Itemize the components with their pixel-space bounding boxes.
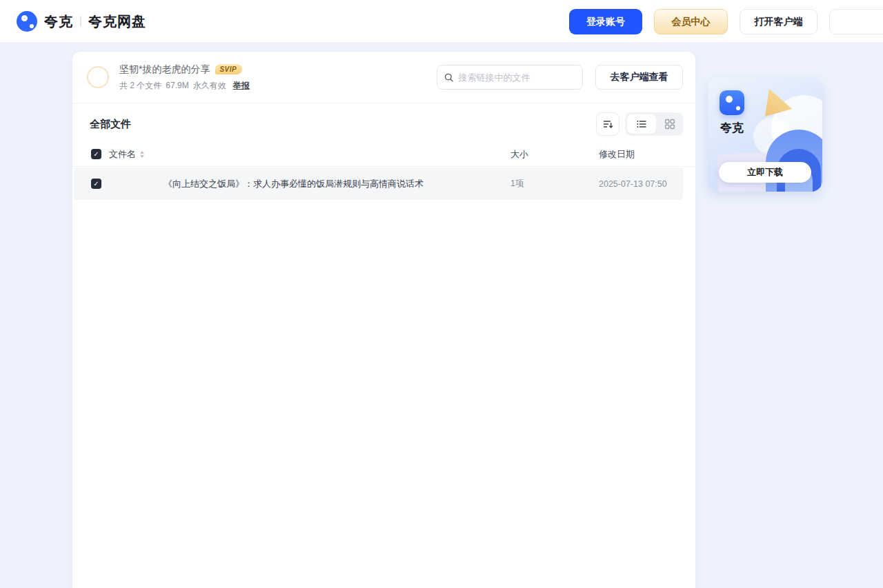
app-promo-card[interactable]: 夸克 立即下载 <box>708 77 822 192</box>
brand-divider <box>80 16 81 27</box>
file-date: 2025-07-13 07:50 <box>599 179 683 189</box>
file-toolbar: 全部文件 <box>72 112 695 136</box>
table-header: ✓ 文件名 大小 修改日期 <box>72 142 695 167</box>
search-icon <box>444 72 453 83</box>
list-view-icon <box>636 119 647 130</box>
open-client-button[interactable]: 打开客户端 <box>740 9 817 34</box>
share-title: 坚韧*拔的老虎的分享 <box>119 63 210 76</box>
column-header-date[interactable]: 修改日期 <box>599 148 695 161</box>
promo-app-name: 夸克 <box>720 120 744 136</box>
search-box[interactable] <box>437 65 583 90</box>
quark-logo-icon <box>17 11 37 32</box>
quark-app-icon <box>720 90 744 115</box>
view-mode-toggle <box>625 112 683 136</box>
login-button[interactable]: 登录账号 <box>569 9 642 34</box>
column-header-size[interactable]: 大小 <box>510 148 599 161</box>
svip-badge: SVIP <box>215 64 242 74</box>
name-sort-caret-icon[interactable] <box>140 151 144 158</box>
grid-view-icon <box>664 119 675 130</box>
report-link[interactable]: 举报 <box>233 80 250 92</box>
share-meta: 共 2 个文件 67.9M 永久有效 举报 <box>119 80 250 92</box>
view-in-client-button[interactable]: 去客户端查看 <box>595 65 683 90</box>
share-info: 坚韧*拔的老虎的分享 SVIP 共 2 个文件 67.9M 永久有效 举报 <box>119 63 250 92</box>
sharer-avatar <box>87 66 109 88</box>
section-title: 全部文件 <box>90 118 131 131</box>
share-header-right: 去客户端查看 <box>437 65 683 90</box>
check-icon: ✓ <box>93 151 99 158</box>
header-actions: 登录账号 会员中心 打开客户端 <box>569 9 883 34</box>
brand-name: 夸克 <box>44 12 73 31</box>
total-size: 67.9M <box>166 81 188 90</box>
validity: 永久有效 <box>193 80 226 92</box>
file-size: 1项 <box>510 178 599 190</box>
file-count: 共 2 个文件 <box>119 80 161 92</box>
file-row[interactable]: ✓ 《向上结交之饭局》：求人办事必懂的饭局潜规则与高情商说话术 1项 2025-… <box>74 168 683 200</box>
grid-view-button[interactable] <box>656 119 683 130</box>
brand-group: 夸克 夸克网盘 <box>17 0 146 43</box>
share-header: 坚韧*拔的老虎的分享 SVIP 共 2 个文件 67.9M 永久有效 举报 去客… <box>72 52 695 103</box>
top-navigation-bar: 夸克 夸克网盘 登录账号 会员中心 打开客户端 <box>0 0 883 43</box>
search-input[interactable] <box>458 72 575 83</box>
extra-header-button[interactable] <box>829 9 883 34</box>
sort-order-button[interactable] <box>596 112 619 136</box>
column-header-name[interactable]: 文件名 <box>109 148 136 161</box>
member-center-button[interactable]: 会员中心 <box>654 9 728 34</box>
download-now-button[interactable]: 立即下载 <box>719 162 811 183</box>
list-view-button[interactable] <box>627 114 656 134</box>
row-checkbox[interactable]: ✓ <box>91 179 101 189</box>
share-panel: 坚韧*拔的老虎的分享 SVIP 共 2 个文件 67.9M 永久有效 举报 去客… <box>72 52 695 588</box>
select-all-checkbox[interactable]: ✓ <box>91 149 101 159</box>
check-icon: ✓ <box>93 181 99 187</box>
sort-order-icon <box>602 119 613 130</box>
file-name[interactable]: 《向上结交之饭局》：求人办事必懂的饭局潜规则与高情商说话术 <box>109 178 510 190</box>
product-name: 夸克网盘 <box>88 12 146 31</box>
